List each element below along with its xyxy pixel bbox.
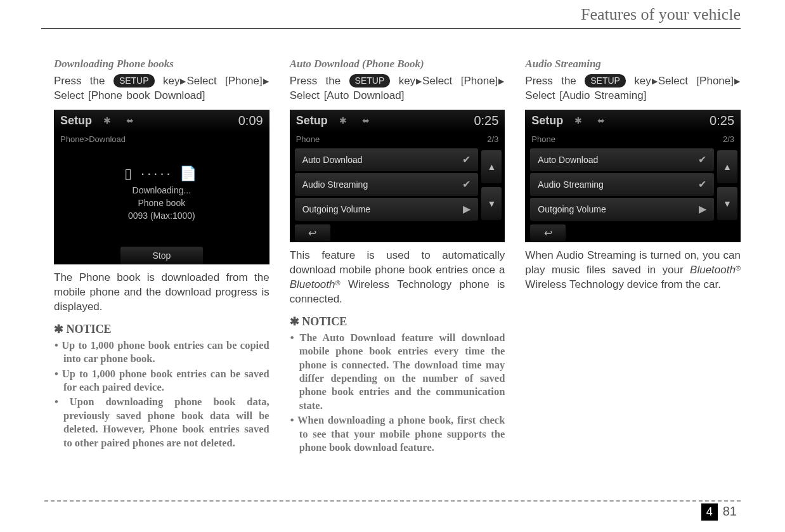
triangle-icon: ▶ — [652, 76, 658, 86]
row-label: Auto Download — [538, 155, 598, 165]
registered-icon: ® — [736, 264, 741, 272]
row-label: Auto Download — [302, 155, 363, 165]
chevron-right-icon: ▶ — [463, 203, 470, 215]
row-label: Outgoing Volume — [538, 204, 606, 214]
status-icons: ✱ ⬌ — [574, 115, 611, 126]
clock: 0:09 — [238, 114, 263, 128]
clock: 0:25 — [474, 114, 498, 128]
text: Select [Auto Download] — [290, 89, 405, 101]
content-columns: Downloading Phone books Press the SETUP … — [54, 58, 741, 456]
screenshot-download: Setup ✱ ⬌ 0:09 Phone>Download ▯ ····· 📄 … — [54, 110, 269, 264]
back-button[interactable]: ↩ — [530, 224, 566, 242]
triangle-icon: ▶ — [263, 76, 269, 86]
page-number: 81 — [719, 502, 741, 521]
breadcrumb-text: Phone>Download — [60, 134, 126, 144]
menu-row-outgoing-volume[interactable]: Outgoing Volume▶ — [530, 198, 714, 221]
chevron-right-icon: ▶ — [699, 203, 706, 215]
dl-line2: Phone book — [138, 198, 185, 208]
menu-row-auto-download[interactable]: Auto Download✔ — [295, 148, 479, 171]
scroll-down-button[interactable]: ▼ — [717, 187, 737, 220]
col2-after-text: This feature is used to automatically do… — [290, 249, 505, 307]
col3-instruction: Press the SETUP key▶Select [Phone]▶Selec… — [525, 74, 741, 103]
text: Press the — [54, 75, 114, 87]
scroll-up-button[interactable]: ▲ — [717, 150, 737, 183]
menu-row-outgoing-volume[interactable]: Outgoing Volume▶ — [295, 198, 479, 221]
screen-titlebar: Setup ✱ ⬌ 0:09 — [54, 110, 269, 132]
clock: 0:25 — [710, 114, 734, 128]
text: Select [Phone] — [658, 75, 734, 87]
header-title: Features of your vehicle — [54, 5, 741, 24]
text: key — [163, 75, 179, 87]
col3-after-text: When Audio Streaming is turned on, you c… — [525, 249, 741, 292]
screenshot-audiostreaming: Setup ✱ ⬌ 0:25 Phone 2/3 ▲ ▼ Auto Downlo… — [525, 110, 741, 242]
col1-heading: Downloading Phone books — [54, 58, 269, 70]
scroll-up-button[interactable]: ▲ — [481, 150, 502, 183]
notice-heading: ✱ NOTICE — [290, 315, 505, 328]
text: Select [Audio Streaming] — [525, 89, 646, 101]
registered-icon: ® — [335, 279, 341, 287]
col1-after-text: The Phone book is downloaded from the mo… — [54, 271, 269, 315]
notice-list: The Auto Download feature will download … — [290, 331, 505, 455]
notice-item: When downloading a phone book, first che… — [290, 413, 505, 454]
dl-line3: 0093 (Max:1000) — [128, 211, 195, 221]
screen-titlebar: Setup ✱ ⬌ 0:25 — [290, 110, 505, 132]
check-icon: ✔ — [462, 178, 470, 190]
breadcrumb-text: Phone — [296, 134, 320, 144]
back-button[interactable]: ↩ — [295, 224, 330, 242]
text: This feature is used to automatically do… — [290, 249, 505, 276]
column-3: Audio Streaming Press the SETUP key▶Sele… — [525, 58, 741, 456]
text: key — [399, 75, 415, 87]
download-text: Downloading... Phone book 0093 (Max:1000… — [128, 185, 195, 222]
text: Select [Phone] — [422, 75, 498, 87]
notice-item: Up to 1,000 phone book entries can be co… — [54, 339, 269, 366]
col2-heading: Auto Download (Phone Book) — [290, 58, 505, 70]
breadcrumb: Phone 2/3 — [290, 132, 505, 146]
screenshot-autodownload: Setup ✱ ⬌ 0:25 Phone 2/3 ▲ ▼ Auto Downlo… — [290, 110, 505, 242]
screen-title: Setup — [531, 114, 563, 127]
triangle-icon: ▶ — [416, 76, 422, 86]
setup-button-label: SETUP — [114, 74, 155, 88]
col2-instruction: Press the SETUP key▶Select [Phone]▶Selec… — [290, 74, 505, 103]
page-footer: 4 81 — [44, 500, 741, 521]
bluetooth-word: Bluetooth — [690, 264, 736, 276]
text: key — [634, 75, 651, 87]
scroll-down-button[interactable]: ▼ — [481, 187, 502, 220]
status-icons: ✱ ⬌ — [103, 115, 140, 126]
notice-item: The Auto Download feature will download … — [290, 331, 505, 413]
notice-list: Up to 1,000 phone book entries can be co… — [54, 339, 269, 450]
menu-row-audio-streaming[interactable]: Audio Streaming✔ — [295, 173, 479, 196]
col1-instruction: Press the SETUP key▶Select [Phone]▶Selec… — [54, 74, 269, 103]
dl-line1: Downloading... — [133, 185, 191, 195]
download-icons: ▯ ····· 📄 — [124, 165, 199, 182]
menu-row-auto-download[interactable]: Auto Download✔ — [530, 148, 714, 171]
column-2: Auto Download (Phone Book) Press the SET… — [290, 58, 505, 456]
triangle-icon: ▶ — [498, 76, 504, 86]
text: Wireless Technology device from the car. — [525, 278, 721, 290]
section-number: 4 — [701, 503, 718, 521]
row-label: Audio Streaming — [538, 179, 604, 190]
screen-titlebar: Setup ✱ ⬌ 0:25 — [525, 110, 741, 132]
text: Press the — [525, 75, 585, 87]
stop-button[interactable]: Stop — [120, 247, 203, 264]
status-icons: ✱ ⬌ — [339, 115, 376, 126]
header-rule — [41, 28, 741, 29]
notice-item: Upon downloading phone book data, previo… — [54, 395, 269, 450]
triangle-icon: ▶ — [734, 76, 740, 86]
breadcrumb: Phone>Download — [54, 132, 269, 146]
bluetooth-word: Bluetooth — [290, 278, 335, 290]
screen-title: Setup — [296, 114, 328, 127]
col3-heading: Audio Streaming — [525, 58, 741, 70]
screen-title: Setup — [60, 114, 92, 127]
text: Select [Phone book Download] — [54, 89, 205, 101]
triangle-icon: ▶ — [180, 76, 186, 86]
notice-heading: ✱ NOTICE — [54, 322, 269, 336]
notice-item: Up to 1,000 phone book entries can be sa… — [54, 367, 269, 394]
setup-button-label: SETUP — [349, 74, 391, 88]
check-icon: ✔ — [462, 153, 470, 165]
menu-row-audio-streaming[interactable]: Audio Streaming✔ — [530, 173, 714, 196]
setup-button-label: SETUP — [585, 74, 626, 88]
row-label: Audio Streaming — [302, 179, 368, 190]
page-indicator: 2/3 — [487, 134, 498, 144]
breadcrumb: Phone 2/3 — [525, 132, 741, 146]
row-label: Outgoing Volume — [302, 204, 370, 214]
